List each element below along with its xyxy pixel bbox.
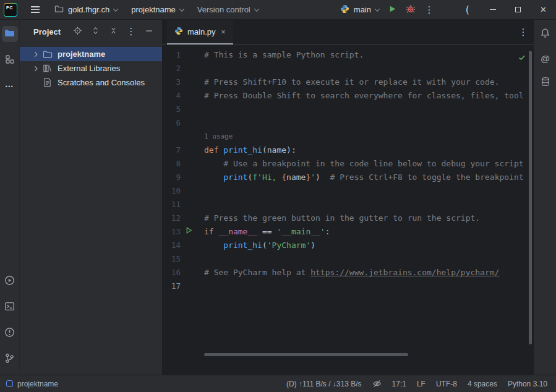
gutter[interactable] (181, 75, 204, 89)
code-row-1: 1# This is a sample Python script. (162, 48, 534, 62)
line-number: 1 (162, 48, 181, 62)
debug-button[interactable] (401, 1, 420, 19)
expand-all-button[interactable] (88, 25, 102, 38)
code-line[interactable] (204, 116, 534, 130)
run-config-selector[interactable]: main (336, 1, 383, 19)
gutter[interactable] (181, 198, 204, 211)
gutter[interactable] (181, 143, 204, 157)
main-menu-button[interactable] (26, 1, 45, 19)
code-line[interactable] (204, 198, 534, 211)
more-toolwindows-button[interactable]: ⋯ (2, 78, 18, 94)
code-line[interactable]: # This is a sample Python script. (204, 48, 534, 62)
tab-close-icon[interactable]: × (220, 28, 226, 36)
gutter[interactable] (181, 252, 204, 266)
code-line[interactable] (204, 62, 534, 75)
caret-position-widget[interactable]: 17:1 (392, 380, 406, 388)
folder-icon (43, 49, 55, 59)
vertical-scrollbar[interactable] (529, 51, 532, 344)
version-control-toolwindow-button[interactable] (2, 351, 18, 367)
code-line[interactable]: # Use a breakpoint in the code line belo… (204, 157, 534, 171)
run-button[interactable] (383, 1, 401, 19)
gutter[interactable] (181, 211, 204, 225)
structure-toolwindow-button[interactable] (2, 52, 18, 68)
pycharm-logo: PC (4, 3, 17, 17)
notifications-button[interactable] (537, 26, 554, 42)
indent-widget[interactable]: 4 spaces (468, 380, 497, 388)
editor-zone: main.py × ⋮ 1# This is a sample Python s… (162, 20, 534, 375)
kebab-menu-icon: ⋮ (519, 27, 528, 37)
python-interpreter-widget[interactable]: Python 3.10 (508, 380, 547, 388)
gutter[interactable] (181, 89, 204, 103)
code-line[interactable]: print(f'Hi, {name}') # Press Ctrl+F8 to … (204, 171, 534, 184)
gutter[interactable] (181, 279, 204, 293)
code-line[interactable]: # Press the green button in the gutter t… (204, 211, 534, 225)
code-line[interactable] (204, 252, 534, 266)
more-actions-button[interactable]: ⋮ (420, 1, 438, 19)
gutter[interactable] (181, 239, 204, 252)
gutter[interactable] (181, 171, 204, 184)
problems-toolwindow-button[interactable] (2, 325, 18, 341)
tree-item-label: External Libraries (55, 64, 120, 73)
moon-button[interactable]: ( (455, 0, 480, 19)
select-opened-file-button[interactable] (71, 25, 84, 38)
code-line[interactable]: def print_hi(name): (204, 143, 534, 157)
project-toolwindow-button[interactable] (2, 26, 18, 42)
minimize-button[interactable] (480, 0, 505, 19)
vcs-selector[interactable]: Version control (194, 1, 262, 19)
code-line[interactable]: print_hi('PyCharm') (204, 239, 534, 252)
collapse-all-button[interactable] (106, 25, 120, 38)
run-circle-icon (4, 275, 15, 288)
gutter[interactable] (181, 103, 204, 116)
gutter[interactable] (181, 266, 204, 279)
tree-item-scratches-and-consoles[interactable]: Scratches and Consoles (20, 75, 162, 90)
tree-item-label: projektname (55, 49, 105, 59)
line-number: 17 (162, 279, 181, 293)
close-button[interactable]: ✕ (531, 0, 556, 19)
encoding-widget[interactable]: UTF-8 (436, 380, 457, 388)
ai-assistant-button[interactable]: @ (537, 50, 554, 66)
database-icon (541, 77, 550, 88)
run-toolwindow-button[interactable] (2, 273, 18, 289)
panel-options-button[interactable]: ⋮ (124, 25, 138, 38)
gutter[interactable] (181, 225, 204, 239)
run-line-icon[interactable] (185, 225, 193, 239)
code-line[interactable] (204, 279, 534, 293)
chevron-right-icon[interactable] (32, 65, 43, 72)
code-row-6: 6 (162, 116, 534, 130)
network-speed-widget[interactable]: (D) ↑111 B/s / ↓313 B/s (286, 380, 362, 388)
code-line[interactable] (204, 103, 534, 116)
tab-main-py[interactable]: main.py × (167, 20, 233, 44)
kebab-menu-icon: ⋮ (127, 26, 136, 37)
gutter[interactable] (181, 184, 204, 198)
gutter[interactable] (181, 157, 204, 171)
database-button[interactable] (537, 74, 554, 90)
gutter[interactable] (181, 116, 204, 130)
tree-item-external-libraries[interactable]: External Libraries (20, 61, 162, 75)
eye-off-icon[interactable] (372, 379, 382, 388)
module-selector-label: projektname (131, 5, 176, 14)
code-line[interactable]: # Press Double Shift to search everywher… (204, 89, 534, 103)
line-separator-widget[interactable]: LF (417, 380, 426, 388)
code-row-3: 3# Press Shift+F10 to execute it or repl… (162, 75, 534, 89)
kebab-menu-icon: ⋮ (425, 4, 434, 15)
gutter[interactable] (181, 62, 204, 75)
tree-item-projektname[interactable]: projektname (20, 47, 162, 61)
titlebar: PC gold.fhgr.ch projektname Version cont… (0, 0, 556, 20)
usages-inlay-hint[interactable]: 1 usage (204, 130, 233, 143)
code-line[interactable]: # See PyCharm help at https://www.jetbra… (204, 266, 534, 279)
hide-panel-button[interactable] (142, 25, 156, 38)
horizontal-scrollbar[interactable] (204, 353, 408, 356)
editor[interactable]: 1# This is a sample Python script.23# Pr… (162, 45, 534, 375)
code-line[interactable]: if __name__ == '__main__': (204, 225, 534, 239)
gutter[interactable] (181, 48, 204, 62)
editor-tab-options-button[interactable]: ⋮ (513, 20, 534, 44)
maximize-button[interactable] (505, 0, 531, 19)
code-line[interactable] (204, 184, 534, 198)
terminal-toolwindow-button[interactable] (2, 299, 18, 315)
inspections-ok-icon[interactable] (518, 53, 526, 64)
chevron-right-icon[interactable] (32, 51, 43, 58)
minimize-icon (490, 9, 496, 10)
module-selector[interactable]: projektname (127, 1, 187, 19)
project-selector[interactable]: gold.fhgr.ch (51, 1, 121, 19)
code-line[interactable]: # Press Shift+F10 to execute it or repla… (204, 75, 534, 89)
